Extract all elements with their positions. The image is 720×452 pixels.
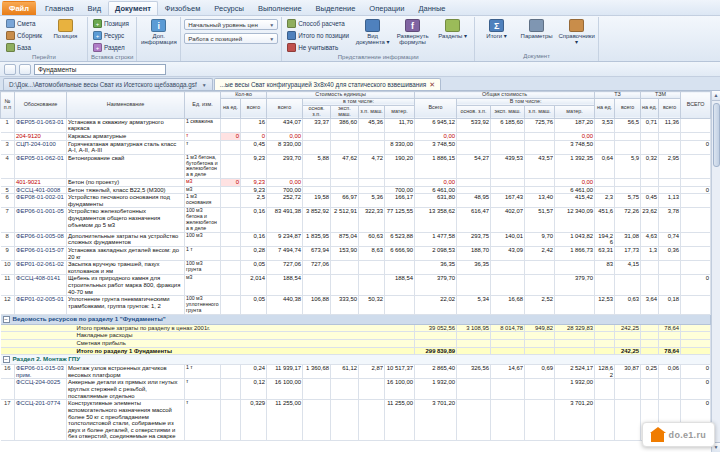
cell-num[interactable]: 11	[1, 275, 15, 296]
ribbon-tab[interactable]: Операции	[362, 1, 411, 15]
cell-tz_e[interactable]: 451,6	[595, 208, 615, 232]
cell-u_zpm[interactable]: 322,33	[359, 208, 385, 232]
cell-qty[interactable]: 2,014	[241, 275, 267, 296]
cell-tzm[interactable]: 0,06	[659, 365, 681, 379]
cell-name[interactable]: Каркасы арматурные	[67, 132, 185, 140]
cell-tz_e[interactable]	[595, 186, 615, 194]
cell-vs[interactable]	[681, 296, 711, 314]
cell-zpm[interactable]: 725,76	[525, 118, 555, 132]
cell-mat[interactable]: 3 701,20	[555, 400, 595, 441]
cell-vs[interactable]: 0	[681, 186, 711, 194]
subtotal-row[interactable]: Сметная прибыль	[1, 339, 711, 347]
cell-zpm[interactable]: 2,52	[525, 296, 555, 314]
cell-code[interactable]: ФЕР08-01-002-01	[15, 194, 67, 208]
cell-u_total[interactable]: 11 255,00	[267, 400, 303, 441]
estimate-row[interactable]: 5ФССЦ-401-0008Бетон тяжелый, класс В22,5…	[1, 186, 711, 194]
ribbon-tab[interactable]: Вид	[81, 1, 109, 15]
cell-vs[interactable]: 0	[681, 379, 711, 400]
cell-tz[interactable]: 5,9	[615, 154, 641, 178]
estimate-row[interactable]: ФССЦ-204-0025Анкерные детали из прямых и…	[1, 379, 711, 400]
estimate-row[interactable]: 9ФЕР06-01-015-07Установка закладных дета…	[1, 246, 711, 260]
ribbon-button[interactable]: База	[4, 42, 44, 53]
cell-u_mat[interactable]: 77 125,55	[385, 208, 415, 232]
cell-total[interactable]: 22,02	[415, 296, 457, 314]
cell-u_ozp[interactable]	[303, 140, 331, 154]
cell-code[interactable]: СЦП-204-0100	[15, 140, 67, 154]
ribbon-button[interactable]: Не учитывать	[285, 42, 351, 53]
cell-zpm[interactable]: 0,69	[525, 365, 555, 379]
cell-em[interactable]	[491, 275, 525, 296]
cell-em[interactable]	[491, 379, 525, 400]
estimate-row[interactable]: 17ФССЦ-201-0774Конструктивные элементы в…	[1, 400, 711, 441]
cell-unit[interactable]: 100 м3 бетона и железобетона в деле	[185, 208, 221, 232]
cell-em[interactable]	[491, 132, 525, 140]
cell-ozp[interactable]	[457, 186, 491, 194]
cell-qty[interactable]: 16	[241, 118, 267, 132]
cell-u_total[interactable]: 434,07	[267, 118, 303, 132]
ribbon-tab[interactable]: Ресурсы	[207, 1, 251, 15]
cell-ozp[interactable]: 293,75	[457, 232, 491, 246]
cell-qty_per[interactable]	[221, 186, 241, 194]
cell-unit[interactable]: 100 м3 грунта	[185, 261, 221, 275]
cell-code[interactable]: ФЕР06-01-001-05	[15, 208, 67, 232]
cell-vs[interactable]	[681, 232, 711, 246]
cell-code[interactable]: ФЕР01-02-061-02	[15, 261, 67, 275]
cell-u_mat[interactable]: 11 255,00	[385, 400, 415, 441]
cell-num[interactable]: 8	[1, 232, 15, 246]
cell-tz_e[interactable]	[595, 140, 615, 154]
cell-qty[interactable]: 0,28	[241, 246, 267, 260]
cell-tzm[interactable]: 2,95	[659, 154, 681, 178]
cell-mat[interactable]: 1 932,00	[555, 379, 595, 400]
cell-u_em[interactable]: 386,60	[331, 118, 359, 132]
cell-num[interactable]	[1, 179, 15, 187]
cell-unit[interactable]: 1 м3 основания	[185, 194, 221, 208]
cell-ozp[interactable]	[457, 379, 491, 400]
cell-u_em[interactable]: 2 512,91	[331, 208, 359, 232]
cell-tzm[interactable]	[659, 140, 681, 154]
collapse-icon[interactable]: −	[3, 356, 10, 363]
cell-code[interactable]: ФССЦ-201-0774	[15, 400, 67, 441]
estimate-row[interactable]: 204-9120Каркасы арматурныет000,000,000,0…	[1, 132, 711, 140]
cell-qty[interactable]: 0,16	[241, 208, 267, 232]
cell-num[interactable]	[1, 379, 15, 400]
cell-unit[interactable]: 1 скважина	[185, 118, 221, 132]
cell-u_ozp[interactable]: 727,06	[303, 261, 331, 275]
cell-num[interactable]: 12	[1, 296, 15, 314]
cell-ozp[interactable]: 188,70	[457, 246, 491, 260]
cell-tz[interactable]	[615, 379, 641, 400]
cell-u_zpm[interactable]	[359, 400, 385, 441]
cell-name[interactable]: Горячекатаная арматурная сталь класс А-I…	[67, 140, 185, 154]
cell-qty_per[interactable]	[221, 379, 241, 400]
cell-total[interactable]: 6 945,12	[415, 118, 457, 132]
cell-zpm[interactable]: 9,70	[525, 232, 555, 246]
cell-ozp[interactable]	[457, 140, 491, 154]
ribbon-button[interactable]: +Позиция	[91, 18, 131, 29]
cell-num[interactable]: 9	[1, 246, 15, 260]
cell-name[interactable]: Бетонирование свай	[67, 154, 185, 178]
cell-code[interactable]: 204-9120	[15, 132, 67, 140]
cell-u_em[interactable]: 333,50	[331, 296, 359, 314]
ribbon-tab[interactable]: Данные	[411, 1, 452, 15]
cell-mat[interactable]	[555, 261, 595, 275]
cell-em[interactable]: 439,53	[491, 154, 525, 178]
cell-u_mat[interactable]: 700,00	[385, 186, 415, 194]
cell-qty_per[interactable]	[221, 208, 241, 232]
cell-u_mat[interactable]: 6 666,90	[385, 246, 415, 260]
cell-u_zpm[interactable]	[359, 132, 385, 140]
cell-name[interactable]: Анкерные детали из прямых или гнутых кру…	[67, 379, 185, 400]
cell-em[interactable]: 140,01	[491, 232, 525, 246]
cell-em[interactable]	[491, 179, 525, 187]
cell-tz[interactable]	[615, 132, 641, 140]
cell-u_mat[interactable]: 190,20	[385, 154, 415, 178]
cell-zpm[interactable]	[525, 379, 555, 400]
cell-u_mat[interactable]: 188,54	[385, 275, 415, 296]
cell-zpm[interactable]	[525, 400, 555, 441]
cell-unit[interactable]: т	[185, 400, 221, 441]
cell-u_em[interactable]	[331, 275, 359, 296]
cell-u_zpm[interactable]: 50,32	[359, 296, 385, 314]
cell-tz_e[interactable]	[595, 179, 615, 187]
cell-total[interactable]: 3 701,20	[415, 400, 457, 441]
cell-u_em[interactable]	[331, 261, 359, 275]
cell-total[interactable]: 36,35	[415, 261, 457, 275]
cell-vs[interactable]	[681, 132, 711, 140]
